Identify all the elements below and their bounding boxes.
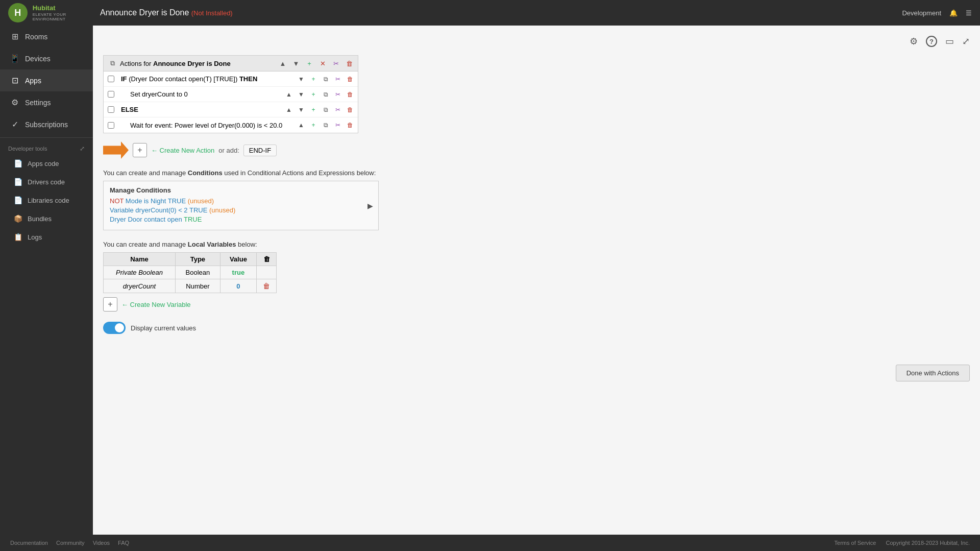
end-if-button[interactable]: END-IF <box>243 145 277 156</box>
developer-tools-label: Developer tools ⤢ <box>0 140 93 154</box>
apps-code-icon: 📄 <box>13 159 22 167</box>
help-icon[interactable]: ? <box>926 36 937 47</box>
set-cut-btn[interactable]: ✂ <box>332 89 344 100</box>
add-action-plus-button[interactable]: + <box>133 143 147 157</box>
footer-right: Terms of Service Copyright 2018-2023 Hub… <box>835 540 970 546</box>
row-checkbox-else[interactable] <box>104 106 118 113</box>
var-type-boolean: Boolean <box>176 266 220 279</box>
else-up-btn[interactable]: ▲ <box>283 104 295 115</box>
delete-all-button[interactable]: ✕ <box>317 58 328 69</box>
set-up-btn[interactable]: ▲ <box>283 89 295 100</box>
sidebar: ⊞ Rooms 📱 Devices ⊡ Apps ⚙ Settings ✓ Su… <box>0 26 93 535</box>
subscriptions-icon: ✓ <box>10 119 20 129</box>
create-new-variable-button[interactable]: ← ← Create New Variable <box>121 301 191 308</box>
sidebar-item-label: Apps <box>25 77 41 85</box>
trash-all-button[interactable]: 🗑 <box>344 58 355 69</box>
conditions-expand-icon[interactable]: ▶ <box>368 202 373 210</box>
else-down-btn[interactable]: ▼ <box>296 104 307 115</box>
sidebar-divider <box>0 137 93 138</box>
set-add-btn[interactable]: + <box>308 89 319 100</box>
footer-link-community[interactable]: Community <box>56 540 85 546</box>
wait-cut-btn[interactable]: ✂ <box>332 119 344 131</box>
done-with-actions-button[interactable]: Done with Actions <box>896 365 970 381</box>
sidebar-item-apps-code[interactable]: 📄 Apps code <box>0 154 93 173</box>
expand-icon[interactable]: ⤢ <box>962 36 970 47</box>
sidebar-item-libraries-code[interactable]: 📄 Libraries code <box>0 191 93 209</box>
display-values-toggle[interactable] <box>103 322 126 334</box>
else-cut-btn[interactable]: ✂ <box>332 104 344 115</box>
logo-icon: H <box>8 3 28 22</box>
topbar: H Hubitat ELEVATE YOUR ENVIRONMENT Annou… <box>0 0 980 26</box>
col-header-name: Name <box>104 253 176 266</box>
row-checkbox-set[interactable] <box>104 91 118 98</box>
sidebar-item-label: Bundles <box>28 215 52 223</box>
set-down-btn[interactable]: ▼ <box>296 89 307 100</box>
display-values-row: Display current values <box>103 322 970 334</box>
sidebar-item-settings[interactable]: ⚙ Settings <box>0 91 93 113</box>
sidebar-item-label: Devices <box>25 55 51 63</box>
else-delete-btn[interactable]: 🗑 <box>345 104 356 115</box>
footer-link-videos[interactable]: Videos <box>93 540 110 546</box>
action-row-set: Set dryerCount to 0 ▲ ▼ + ⧉ ✂ 🗑 <box>104 87 358 102</box>
if-cut-btn[interactable]: ✂ <box>332 74 344 85</box>
var-delete-dryercount[interactable]: 🗑 <box>257 279 277 293</box>
content-area: ⚙ ? ▭ ⤢ ⧉ Actions for Announce Dryer is … <box>93 26 980 535</box>
col-header-type: Type <box>176 253 220 266</box>
arrow-indicator <box>103 141 129 159</box>
wait-add-btn[interactable]: + <box>308 119 319 131</box>
row-checkbox-wait[interactable] <box>104 122 118 129</box>
rooms-icon: ⊞ <box>10 32 20 41</box>
add-all-button[interactable]: + <box>304 58 315 69</box>
menu-icon[interactable]: ☰ <box>966 9 972 17</box>
sidebar-item-rooms[interactable]: ⊞ Rooms <box>0 26 93 47</box>
row-checkbox-if[interactable] <box>104 76 118 82</box>
sidebar-item-subscriptions[interactable]: ✓ Subscriptions <box>0 113 93 135</box>
bundles-icon: 📦 <box>13 214 22 223</box>
conditions-title: Manage Conditions <box>110 186 372 194</box>
delete-dryercount-icon[interactable]: 🗑 <box>263 282 270 290</box>
notification-icon[interactable]: 🔔 <box>949 9 958 17</box>
var-delete-boolean <box>257 266 277 279</box>
sidebar-item-label: Drivers code <box>28 178 65 186</box>
sidebar-item-drivers-code[interactable]: 📄 Drivers code <box>0 173 93 191</box>
wait-delete-btn[interactable]: 🗑 <box>345 119 356 131</box>
sidebar-item-label: Subscriptions <box>25 121 68 129</box>
add-action-row: + ← ← Create New Action or add: END-IF <box>103 141 970 159</box>
cut-all-button[interactable]: ✂ <box>330 58 341 69</box>
sidebar-item-label: Logs <box>28 233 42 241</box>
gear-icon[interactable]: ⚙ <box>910 36 918 47</box>
var-name-dryercount: dryerCount <box>104 279 176 293</box>
create-new-action-button[interactable]: ← ← Create New Action <box>151 147 214 154</box>
col-header-value: Value <box>220 253 256 266</box>
set-copy-btn[interactable]: ⧉ <box>320 89 331 100</box>
footer-link-documentation[interactable]: Documentation <box>10 540 48 546</box>
variable-row-dryercount: dryerCount Number 0 🗑 <box>104 279 277 293</box>
else-copy-btn[interactable]: ⧉ <box>320 104 331 115</box>
add-variable-plus-button[interactable]: + <box>103 297 117 312</box>
wait-copy-btn[interactable]: ⧉ <box>320 119 331 131</box>
terms-of-service[interactable]: Terms of Service <box>835 540 876 546</box>
sidebar-item-label: Libraries code <box>28 197 69 204</box>
developer-tools-expand-icon[interactable]: ⤢ <box>80 145 85 152</box>
action-row-else: ELSE ▲ ▼ + ⧉ ✂ 🗑 <box>104 102 358 117</box>
sidebar-item-apps[interactable]: ⊡ Apps <box>0 69 93 91</box>
if-delete-btn[interactable]: 🗑 <box>345 74 356 85</box>
if-copy-btn[interactable]: ⧉ <box>320 74 331 85</box>
footer-link-faq[interactable]: FAQ <box>118 540 129 546</box>
move-down-all-button[interactable]: ▼ <box>290 58 302 69</box>
move-up-all-button[interactable]: ▲ <box>277 58 288 69</box>
sidebar-item-bundles[interactable]: 📦 Bundles <box>0 209 93 228</box>
monitor-icon[interactable]: ▭ <box>945 36 954 47</box>
sidebar-item-devices[interactable]: 📱 Devices <box>0 47 93 69</box>
sidebar-item-logs[interactable]: 📋 Logs <box>0 228 93 246</box>
action-row-if: IF (Dryer Door contact open(T) [TRUE]) T… <box>104 71 358 87</box>
sidebar-item-label: Settings <box>25 99 51 107</box>
set-delete-btn[interactable]: 🗑 <box>345 89 356 100</box>
copy-all-button[interactable]: ⧉ <box>107 58 118 69</box>
if-add-btn[interactable]: + <box>308 74 319 85</box>
wait-up-btn[interactable]: ▲ <box>296 119 307 131</box>
else-add-btn[interactable]: + <box>308 104 319 115</box>
if-down-btn[interactable]: ▼ <box>296 74 307 85</box>
logs-icon: 📋 <box>13 233 22 241</box>
actions-header: ⧉ Actions for Announce Dryer is Done ▲ ▼… <box>104 56 358 71</box>
